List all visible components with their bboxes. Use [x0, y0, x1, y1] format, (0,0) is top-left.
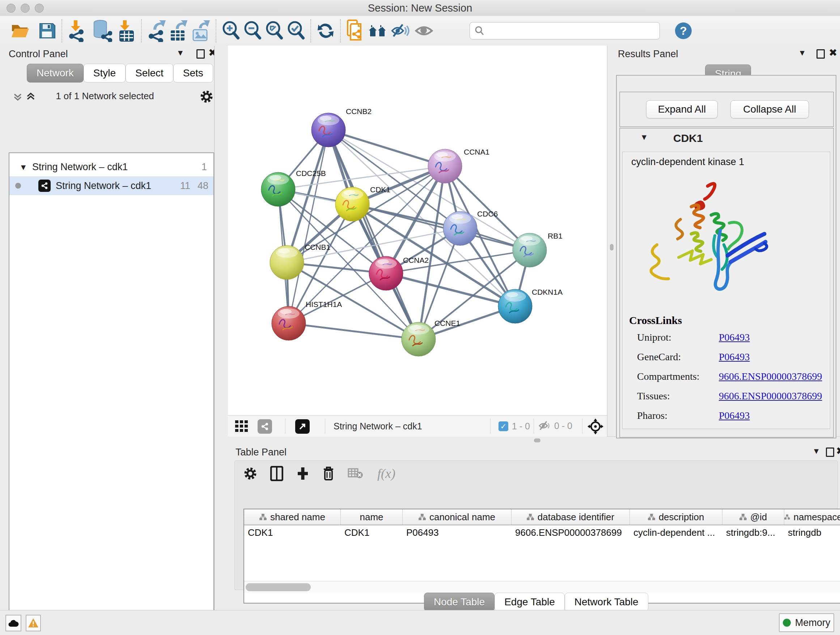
table-horizontal-scrollbar[interactable] [244, 581, 840, 593]
network-graph[interactable]: CCNB2CCNA1CDC25BCDK1CDC6RB1CCNB1CCNA2CDK… [228, 46, 607, 415]
expand-all-button[interactable]: Expand All [646, 100, 718, 119]
show-eye-icon[interactable] [415, 20, 435, 42]
help-icon[interactable]: ? [675, 22, 692, 39]
add-column-icon[interactable] [296, 466, 309, 481]
column-header-database-identifier[interactable]: database identifier [512, 509, 630, 524]
column-header-canonical-name[interactable]: canonical name [403, 509, 512, 524]
table-cell[interactable]: stringdb:9... [722, 525, 784, 540]
network-node-CCNA2[interactable] [369, 256, 403, 290]
network-edge[interactable] [328, 130, 445, 166]
table-panel-float-icon[interactable] [826, 448, 834, 457]
right-splitter[interactable] [607, 46, 616, 436]
export-image-icon[interactable] [191, 20, 211, 42]
column-header-namespace[interactable]: namespace [784, 509, 840, 524]
network-node-CCNB2[interactable] [311, 113, 346, 147]
network-node-CDC25B[interactable] [261, 172, 295, 206]
results-panel-float-icon[interactable] [816, 49, 825, 59]
network-node-CCNA1[interactable] [428, 149, 462, 183]
zoom-out-icon[interactable] [242, 20, 263, 42]
network-node-CDKN1A[interactable] [498, 289, 532, 323]
crosslink-value-link[interactable]: P06493 [719, 332, 750, 343]
export-table-icon[interactable] [169, 20, 189, 42]
import-table-file-icon[interactable] [117, 20, 137, 42]
network-node-CDK1[interactable] [335, 187, 369, 221]
column-header-description[interactable]: description [630, 509, 722, 524]
column-header--id[interactable]: @id [722, 509, 784, 524]
results-panel-close-icon[interactable]: ✖ [829, 47, 837, 59]
left-splitter[interactable] [214, 46, 229, 610]
network-edge[interactable] [352, 204, 530, 250]
import-network-file-icon[interactable] [66, 20, 87, 42]
network-collection-row[interactable]: ▾ String Network – cdk1 1 [9, 157, 213, 176]
table-cell[interactable]: P06493 [403, 525, 512, 540]
collection-caret-icon[interactable]: ▾ [21, 162, 26, 173]
collapse-all-button[interactable]: Collapse All [730, 100, 809, 119]
window-close-button[interactable] [6, 4, 16, 13]
search-input[interactable] [470, 22, 660, 40]
table-cell[interactable]: stringdb [784, 525, 840, 540]
selected-checkbox-icon[interactable]: ✓ [499, 421, 508, 431]
table-cell[interactable]: CDK1 [341, 525, 403, 540]
hidden-eye-icon[interactable] [538, 420, 551, 432]
collapse-all-networks-icon[interactable] [13, 91, 22, 103]
control-panel-float-icon[interactable] [196, 49, 205, 59]
right-splitter-handle[interactable] [610, 244, 614, 250]
crosslink-value-link[interactable]: 9606.ENSP00000378699 [719, 390, 822, 402]
tab-network[interactable]: Network [27, 64, 84, 82]
grid-view-icon[interactable] [235, 420, 251, 434]
open-in-new-window-icon[interactable] [295, 419, 309, 434]
warnings-button[interactable] [26, 615, 41, 631]
crosslink-value-link[interactable]: P06493 [719, 351, 750, 363]
delete-column-icon[interactable] [322, 466, 335, 481]
network-node-CCNB1[interactable] [270, 245, 304, 279]
search-text-field[interactable] [485, 25, 655, 37]
network-node-CDC6[interactable] [443, 211, 477, 245]
tab-network-table[interactable]: Network Table [565, 593, 648, 611]
network-share-view-icon[interactable] [257, 419, 272, 434]
export-network-icon[interactable] [146, 20, 166, 42]
window-minimize-button[interactable] [21, 4, 30, 13]
column-header-shared-name[interactable]: shared name [244, 509, 341, 524]
control-panel-collapse-icon[interactable]: ▾ [178, 47, 183, 58]
show-columns-icon[interactable] [270, 466, 283, 481]
tab-sets[interactable]: Sets [173, 64, 213, 82]
string-home-icon[interactable] [368, 20, 388, 42]
expand-all-networks-icon[interactable] [26, 91, 35, 103]
tab-style[interactable]: Style [84, 64, 126, 82]
bottom-splitter-handle[interactable] [534, 439, 540, 442]
column-header-name[interactable]: name [341, 509, 403, 524]
zoom-fit-icon[interactable] [264, 20, 284, 42]
protein-section-caret-icon[interactable]: ▾ [642, 131, 646, 143]
tab-edge-table[interactable]: Edge Table [494, 593, 565, 611]
cloud-button[interactable] [5, 615, 21, 631]
network-node-RB1[interactable] [513, 233, 546, 267]
table-panel-close-icon[interactable]: ✖ [836, 445, 840, 457]
table-panel-collapse-icon[interactable]: ▾ [814, 445, 819, 456]
tab-select[interactable]: Select [126, 64, 173, 82]
table-row[interactable]: CDK1CDK1P064939606.ENSP00000378699cyclin… [244, 525, 840, 540]
network-row[interactable]: String Network – cdk1 11 48 [9, 176, 213, 195]
new-network-from-selection-icon[interactable] [345, 20, 365, 42]
network-canvas[interactable]: CCNB2CCNA1CDC25BCDK1CDC6RB1CCNB1CCNA2CDK… [228, 46, 607, 415]
network-options-gear-icon[interactable] [200, 90, 213, 105]
table-cell[interactable]: CDK1 [244, 525, 341, 540]
crosslink-value-link[interactable]: P06493 [719, 410, 750, 421]
zoom-selected-icon[interactable] [286, 20, 306, 42]
import-network-database-icon[interactable] [92, 20, 112, 42]
crosslink-value-link[interactable]: 9606.ENSP00000378699 [719, 371, 822, 382]
table-cell[interactable]: cyclin-dependent ... [630, 525, 722, 540]
open-session-icon[interactable] [10, 20, 30, 42]
tab-node-table[interactable]: Node Table [424, 593, 494, 611]
table-cell[interactable]: 9606.ENSP00000378699 [512, 525, 630, 540]
network-node-HIST1H1A[interactable] [272, 306, 306, 340]
results-panel-collapse-icon[interactable]: ▾ [800, 47, 805, 58]
network-node-CCNE1[interactable] [401, 322, 436, 356]
table-gear-icon[interactable] [243, 467, 257, 480]
table-scrollbar-thumb[interactable] [246, 583, 311, 591]
network-edge[interactable] [289, 323, 418, 339]
window-zoom-button[interactable] [35, 4, 44, 13]
save-session-icon[interactable] [37, 20, 57, 42]
network-edge[interactable] [289, 130, 328, 323]
memory-button[interactable]: Memory [779, 613, 834, 632]
hide-selection-icon[interactable] [391, 20, 411, 42]
